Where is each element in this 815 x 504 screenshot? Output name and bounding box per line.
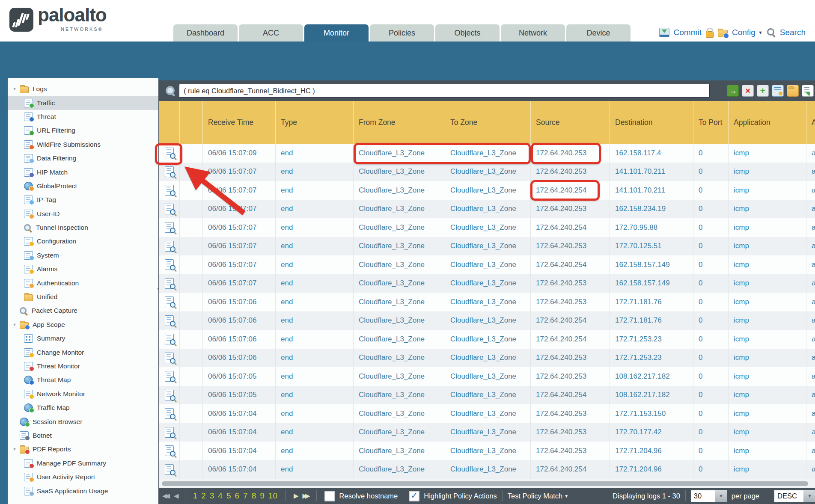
cell-value[interactable]: a	[812, 186, 815, 195]
log-detail-icon[interactable]	[165, 148, 174, 158]
config-button[interactable]: Config	[732, 28, 756, 37]
tab-policies[interactable]: Policies	[370, 24, 434, 42]
cell-value[interactable]: icmp	[734, 353, 749, 362]
cell-value[interactable]: Cloudflare_L3_Zone	[450, 447, 516, 455]
cell-value[interactable]: 141.101.70.211	[615, 186, 665, 195]
cell-value[interactable]: end	[281, 149, 293, 157]
cell-value[interactable]: Cloudflare_L3_Zone	[450, 205, 516, 213]
cell-value[interactable]: 0	[699, 391, 702, 399]
column-header-type[interactable]: Type	[276, 101, 354, 144]
sidebar-item-botnet[interactable]: Botnet	[8, 429, 158, 442]
filter-query-input[interactable]	[179, 84, 710, 98]
cell-value[interactable]: 06/06 15:07:05	[208, 372, 256, 381]
cell-value[interactable]: 06/06 15:07:04	[208, 428, 256, 436]
cell-value[interactable]: 172.64.240.253	[536, 353, 586, 362]
cell-value[interactable]: Cloudflare_L3_Zone	[359, 167, 425, 176]
sidebar-item-saas-application-usage[interactable]: SaaS Application Usage	[8, 484, 158, 498]
sort-order-select[interactable]: DESC	[774, 490, 803, 502]
cell-value[interactable]: Cloudflare_L3_Zone	[359, 335, 425, 344]
column-header-receive-time[interactable]: Receive Time	[203, 101, 276, 144]
cell-value[interactable]: icmp	[734, 335, 749, 344]
cell-value[interactable]: 172.70.95.88	[615, 223, 657, 232]
cell-value[interactable]: 172.64.240.253	[536, 205, 586, 213]
cell-value[interactable]: 0	[699, 447, 702, 455]
cell-value[interactable]: end	[281, 261, 293, 269]
cell-value[interactable]: 06/06 15:07:04	[208, 465, 256, 474]
sidebar-item-summary[interactable]: Summary	[8, 332, 158, 345]
page-number-4[interactable]: 4	[218, 491, 223, 501]
cell-value[interactable]: 172.64.240.253	[536, 298, 586, 306]
cell-value[interactable]: icmp	[734, 428, 749, 436]
cell-value[interactable]: 06/06 15:07:05	[208, 391, 256, 399]
cell-value[interactable]: 06/06 15:07:06	[208, 316, 256, 325]
cell-value[interactable]: Cloudflare_L3_Zone	[359, 223, 425, 232]
cell-value[interactable]: Cloudflare_L3_Zone	[450, 186, 516, 195]
cell-value[interactable]: 162.158.234.19	[615, 205, 666, 213]
cell-value[interactable]: 172.64.240.253	[536, 149, 586, 157]
cell-value[interactable]: a	[812, 465, 815, 474]
sidebar-item-globalprotect[interactable]: GlobalProtect	[8, 179, 158, 193]
log-detail-icon[interactable]	[165, 334, 174, 344]
sidebar-item-session-browser[interactable]: Session Browser	[8, 415, 158, 428]
log-detail-icon[interactable]	[165, 371, 174, 382]
cell-value[interactable]: 162.158.117.4	[615, 149, 661, 157]
cell-value[interactable]: end	[281, 223, 293, 232]
highlight-policy-actions-checkbox[interactable]	[409, 491, 419, 501]
tab-dashboard[interactable]: Dashboard	[173, 24, 238, 42]
cell-value[interactable]: 172.71.181.76	[615, 298, 662, 306]
horizontal-scrollbar[interactable]	[159, 479, 815, 488]
cell-value[interactable]: 0	[699, 298, 702, 306]
cell-value[interactable]: Cloudflare_L3_Zone	[359, 372, 425, 381]
cell-value[interactable]: end	[281, 298, 293, 306]
cell-value[interactable]: a	[812, 447, 815, 455]
cell-value[interactable]: 172.64.240.254	[536, 261, 586, 269]
cell-value[interactable]: a	[812, 167, 815, 176]
cell-value[interactable]: Cloudflare_L3_Zone	[359, 316, 425, 325]
add-filter-icon[interactable]: +	[757, 85, 769, 97]
cell-value[interactable]: 0	[699, 279, 702, 288]
cell-value[interactable]: Cloudflare_L3_Zone	[450, 167, 516, 176]
cell-value[interactable]: 0	[699, 149, 702, 157]
cell-value[interactable]: 172.64.240.254	[536, 186, 586, 195]
cell-value[interactable]: Cloudflare_L3_Zone	[450, 316, 516, 325]
sidebar-item-pdf-reports[interactable]: ▼PDF Reports	[8, 442, 158, 456]
sidebar-item-change-monitor[interactable]: Change Monitor	[8, 345, 158, 359]
cell-value[interactable]: 0	[699, 409, 702, 418]
cell-value[interactable]: end	[281, 335, 293, 344]
cell-value[interactable]: Cloudflare_L3_Zone	[450, 223, 516, 232]
test-policy-match-dropdown[interactable]: Test Policy Match▼	[508, 492, 568, 500]
cell-value[interactable]: 172.71.153.150	[615, 409, 666, 418]
sidebar-item-manage-pdf-summary[interactable]: Manage PDF Summary	[8, 457, 158, 470]
cell-value[interactable]: Cloudflare_L3_Zone	[450, 279, 516, 288]
sidebar-item-traffic-map[interactable]: Traffic Map	[8, 401, 158, 415]
cell-value[interactable]: icmp	[734, 316, 749, 325]
cell-value[interactable]: 0	[699, 428, 702, 436]
sidebar-item-wildfire-submissions[interactable]: WildFire Submissions	[8, 138, 158, 151]
cell-value[interactable]: 162.158.157.149	[615, 261, 670, 269]
cell-value[interactable]: Cloudflare_L3_Zone	[359, 261, 425, 269]
cell-value[interactable]: icmp	[734, 205, 749, 213]
cell-value[interactable]: a	[812, 223, 815, 232]
export-icon[interactable]	[802, 85, 814, 97]
cell-value[interactable]: a	[812, 391, 815, 399]
cell-value[interactable]: end	[281, 279, 293, 288]
log-detail-icon[interactable]	[165, 204, 174, 214]
cell-value[interactable]: a	[812, 298, 815, 306]
log-detail-icon[interactable]	[165, 296, 174, 307]
log-detail-icon[interactable]	[165, 241, 174, 252]
sidebar-item-user-activity-report[interactable]: User Activity Report	[8, 470, 158, 484]
cell-value[interactable]: icmp	[734, 279, 749, 288]
cell-value[interactable]: icmp	[734, 372, 749, 381]
cell-value[interactable]: 06/06 15:07:07	[208, 205, 256, 213]
page-number-6[interactable]: 6	[235, 491, 240, 501]
cell-value[interactable]: icmp	[734, 223, 749, 232]
sidebar-item-alarms[interactable]: Alarms	[8, 262, 158, 276]
cell-value[interactable]: end	[281, 409, 293, 418]
page-number-3[interactable]: 3	[210, 491, 214, 501]
cell-value[interactable]: 0	[699, 353, 702, 362]
log-detail-icon[interactable]	[165, 445, 174, 456]
cell-value[interactable]: end	[281, 465, 293, 474]
cell-value[interactable]: 06/06 15:07:07	[208, 261, 256, 269]
cell-value[interactable]: Cloudflare_L3_Zone	[359, 353, 425, 362]
cell-value[interactable]: end	[281, 353, 293, 362]
